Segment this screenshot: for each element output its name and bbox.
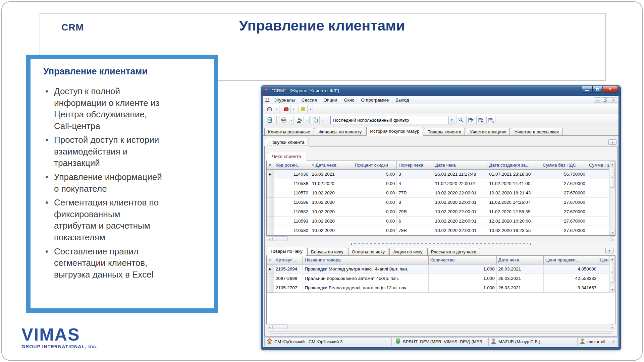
checks-grid-hscrollbar[interactable]: ◄ ► <box>266 236 615 241</box>
user-settings-dropdown[interactable]: ▼ <box>305 116 310 124</box>
table-cell[interactable]: 26.03.2021 <box>497 264 544 274</box>
table-cell[interactable]: 2105-2707 <box>274 283 303 293</box>
table-cell[interactable]: Пральний порошок Бінго автомат 450гр. па… <box>303 274 428 283</box>
scroll-up-icon[interactable]: ▲ <box>610 256 615 261</box>
table-cell[interactable] <box>587 188 609 198</box>
table-cell[interactable]: 27.670000 <box>541 217 587 226</box>
minimize-button[interactable] <box>582 86 592 93</box>
table-cell[interactable]: 2105-2694 <box>274 264 303 274</box>
table-cell[interactable]: 10.02.2020 22:00:01 <box>433 188 488 198</box>
table-row[interactable]: 11057910.02.20200.0077R10.02.2020 22:00:… <box>267 188 609 198</box>
table-cell[interactable]: 78R <box>397 226 433 235</box>
items-grid-hscrollbar[interactable]: ◄ ► <box>266 324 615 329</box>
table-cell[interactable]: 10.02.2020 22:00:01 <box>433 217 488 226</box>
scroll-right-icon[interactable]: ► <box>610 236 615 241</box>
table-cell[interactable]: 3 <box>397 170 433 179</box>
journal-red-dropdown[interactable]: ▼ <box>291 105 296 113</box>
scroll-left-icon[interactable]: ◄ <box>267 324 272 329</box>
table-cell[interactable]: 11.02.2020 14:26:07 <box>487 198 541 207</box>
main-tab[interactable]: Клиенты розничные <box>264 128 314 135</box>
search-button[interactable] <box>456 116 465 124</box>
table-cell[interactable]: 110579 <box>274 188 310 198</box>
scroll-down-icon[interactable]: ▼ <box>610 230 615 235</box>
journal-yellow-button[interactable] <box>299 105 308 113</box>
journal-red-button[interactable] <box>282 105 291 113</box>
export-button[interactable] <box>311 116 320 124</box>
refresh-button[interactable] <box>265 116 274 124</box>
table-cell[interactable]: 0.00 <box>353 217 397 226</box>
scrollbar-thumb[interactable] <box>272 324 288 329</box>
journal-white-dropdown[interactable]: ▼ <box>275 105 279 113</box>
scrollbar-thumb[interactable]: ≡ <box>610 167 615 188</box>
checks-grid-vscrollbar[interactable]: ▲ ≡ ▼ <box>609 161 615 235</box>
user-settings-button[interactable] <box>295 116 304 124</box>
main-tab[interactable]: Участие в акциях <box>466 128 510 135</box>
combobox-arrow-icon[interactable]: ▼ <box>448 116 455 124</box>
menu-item[interactable]: Журналы <box>272 97 298 103</box>
window-titlebar[interactable]: "CRM" - [Журнал "Клиенты-ФЛ"] ✕ <box>261 85 621 96</box>
table-cell[interactable] <box>587 207 609 217</box>
detail-tab[interactable]: Акции по чеку <box>389 248 426 255</box>
table-cell[interactable]: 110588 <box>274 179 310 188</box>
detail-tab[interactable]: Товары по чеку <box>267 247 306 256</box>
mdi-close-button[interactable]: ✕ <box>610 97 617 103</box>
main-tab[interactable]: Участие в рассылках <box>511 128 562 135</box>
mdi-minimize-button[interactable] <box>594 97 601 103</box>
table-cell[interactable]: 12.02.2020 10:20:00 <box>487 217 541 226</box>
tab-checks[interactable]: Чеки клиента <box>267 152 306 161</box>
table-cell[interactable]: 11.02.2020 14:41:00 <box>487 179 541 188</box>
table-cell[interactable]: 3 <box>397 198 433 207</box>
table-cell[interactable]: 27.670000 <box>541 226 587 235</box>
menu-item[interactable]: Сессия <box>298 97 320 103</box>
table-cell[interactable]: 11.02.2020 <box>310 179 353 188</box>
table-cell[interactable]: 2097-2699 <box>274 274 303 283</box>
table-cell[interactable]: 10.02.2020 <box>310 226 353 235</box>
table-cell[interactable]: 11.02.2020 22:00:01 <box>433 179 488 188</box>
tab-purchases[interactable]: Покупки клиента <box>265 138 309 146</box>
table-cell[interactable]: 110593 <box>274 217 310 226</box>
detail-tab[interactable]: Бонусы по чеку <box>307 248 347 255</box>
table-cell[interactable]: 10.02.2020 <box>310 188 353 198</box>
scroll-right-icon[interactable]: ► <box>610 324 615 329</box>
table-cell[interactable]: 0.00 <box>353 226 397 235</box>
table-cell[interactable]: 1.000 <box>429 283 497 293</box>
table-cell[interactable]: Прокладки Молпед ультра максі, 4каплі 8ш… <box>303 264 428 274</box>
menu-item[interactable]: Выход <box>392 97 412 103</box>
table-cell[interactable]: 10.02.2020 22:00:01 <box>433 207 488 217</box>
table-cell[interactable]: 110582 <box>274 207 310 217</box>
scrollbar-thumb[interactable] <box>272 236 288 241</box>
scroll-left-icon[interactable]: ◄ <box>267 236 272 241</box>
table-cell[interactable]: 110580 <box>274 226 310 235</box>
column-header[interactable]: Сумма без НДС <box>541 161 587 170</box>
table-cell[interactable]: 0.00 <box>353 179 397 188</box>
filter-combobox[interactable]: Последний использованный фильтр ▼ <box>330 116 455 124</box>
table-cell[interactable]: 26.03.2021 <box>497 274 544 283</box>
table-cell[interactable]: 0.00 <box>353 188 397 198</box>
table-cell[interactable]: 42.558333 <box>544 274 599 283</box>
table-cell[interactable]: 77R <box>397 188 433 198</box>
filter-find-button[interactable] <box>486 116 495 124</box>
detail-tab-overflow-button[interactable]: ▼ <box>605 248 613 253</box>
table-cell[interactable]: 1.000 <box>429 264 497 274</box>
table-cell[interactable]: 27.670000 <box>541 207 587 217</box>
table-cell[interactable]: 1.000 <box>429 274 497 283</box>
column-header[interactable]: Номер чека <box>397 161 433 170</box>
column-header[interactable]: Цена <box>598 256 609 264</box>
table-cell[interactable]: 5.00 <box>353 170 397 179</box>
table-row[interactable]: 2097-2699Пральний порошок Бінго автомат … <box>267 274 609 283</box>
column-header[interactable]: Дата создания за... <box>487 161 541 170</box>
main-tab[interactable]: История покупок Мазур <box>366 127 423 136</box>
table-row[interactable]: 11058210.02.20200.0079R10.02.2020 22:00:… <box>267 207 609 217</box>
scrollbar-thumb[interactable]: ≡ <box>610 262 615 283</box>
table-cell[interactable]: 110586 <box>274 198 310 207</box>
resize-grip-icon[interactable] <box>611 339 615 345</box>
table-row[interactable]: 11058610.02.20200.00310.02.2020 22:00:01… <box>267 198 609 207</box>
table-cell[interactable]: 114036 <box>274 170 310 179</box>
column-header[interactable]: Дата чека <box>497 256 544 264</box>
print-dropdown[interactable]: ▼ <box>289 116 294 124</box>
main-tab[interactable]: Финансы по клиенту <box>315 128 366 135</box>
menu-item[interactable]: Окно <box>340 97 358 103</box>
table-cell[interactable]: 4.850000 <box>544 264 599 274</box>
column-header[interactable]: Дата чека <box>433 161 488 170</box>
table-cell[interactable]: 4 <box>397 179 433 188</box>
